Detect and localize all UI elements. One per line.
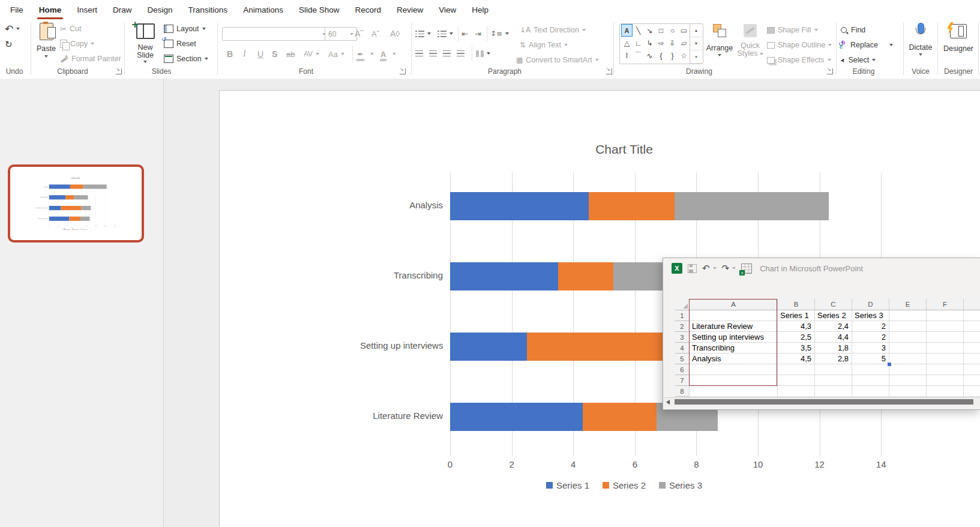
column-header-A[interactable]: A <box>690 299 778 310</box>
undo-icon[interactable]: ↶ <box>702 263 710 274</box>
cell-B7[interactable] <box>778 375 815 386</box>
cell-C7[interactable] <box>815 375 852 386</box>
chart-title[interactable]: Chart Title <box>360 142 888 157</box>
cell-x4[interactable] <box>964 343 980 354</box>
shrink-font-button[interactable]: Aˇ <box>371 27 379 40</box>
cell-x5[interactable] <box>964 354 980 364</box>
column-header-C[interactable]: C <box>815 299 852 310</box>
cell-A6[interactable] <box>690 364 778 375</box>
text-box-shape-icon[interactable]: A <box>621 24 633 37</box>
cell-B5[interactable]: 4,5 <box>778 354 815 364</box>
row-header-6[interactable]: 6 <box>675 364 690 375</box>
select-all-corner[interactable] <box>675 299 690 310</box>
align-right-button[interactable] <box>443 47 451 60</box>
text-shadow-button[interactable]: S <box>272 47 277 61</box>
dictate-button[interactable]: Dictate <box>905 22 936 56</box>
cell-D4[interactable]: 3 <box>852 343 889 354</box>
arrange-button[interactable]: Arrange <box>705 22 734 56</box>
cell-B6[interactable] <box>778 364 815 375</box>
tab-transitions[interactable]: Transitions <box>181 0 236 20</box>
right-brace-shape-icon[interactable]: } <box>667 49 678 62</box>
column-header-cut[interactable] <box>964 299 980 310</box>
bullets-button[interactable] <box>415 27 431 40</box>
cell-F6[interactable] <box>927 364 964 375</box>
tab-help[interactable]: Help <box>464 0 496 20</box>
cell-E6[interactable] <box>889 364 927 375</box>
cell-x2[interactable] <box>964 321 980 332</box>
tab-animations[interactable]: Animations <box>235 0 291 20</box>
increase-indent-button[interactable]: ⇥ <box>475 27 481 40</box>
column-header-D[interactable]: D <box>852 299 889 310</box>
cell-A3[interactable]: Setting up interviews <box>690 332 778 343</box>
gallery-scroll-up-icon[interactable]: ▲ <box>690 24 702 37</box>
quick-styles-button[interactable]: Quick Styles <box>736 22 764 58</box>
elbow-connector-icon[interactable]: ∟ <box>633 37 644 49</box>
text-direction-button[interactable]: ↓A Text Direction <box>520 23 586 37</box>
underline-button[interactable]: U <box>257 47 263 61</box>
strikethrough-button[interactable]: ab <box>286 47 295 61</box>
cell-x1[interactable] <box>964 310 980 321</box>
save-icon[interactable] <box>688 264 697 273</box>
tab-home[interactable]: Home <box>31 0 70 20</box>
tab-view[interactable]: View <box>431 0 464 20</box>
row-header-2[interactable]: 2 <box>675 321 690 332</box>
cell-C8[interactable] <box>815 386 852 397</box>
numbering-button[interactable] <box>437 27 453 40</box>
cell-F2[interactable] <box>927 321 964 332</box>
copy-button[interactable]: Copy <box>60 37 94 50</box>
character-spacing-button[interactable]: AV <box>304 47 319 61</box>
spreadsheet[interactable]: ABCDEF1Series 1Series 2Series 32Literatu… <box>675 299 980 397</box>
slide-thumbnail[interactable]: Chart Title02468101214AnalysisTranscribi… <box>8 164 144 242</box>
bold-button[interactable]: B <box>227 47 233 61</box>
shape-effects-button[interactable]: Shape Effects <box>767 53 831 67</box>
new-slide-button[interactable]: New Slide <box>129 22 161 63</box>
cell-E7[interactable] <box>889 375 927 386</box>
line-spacing-button[interactable]: ↕≡ <box>490 27 509 40</box>
justify-button[interactable] <box>457 47 464 60</box>
align-text-button[interactable]: ⇅ Align Text <box>520 38 568 52</box>
tab-slide-show[interactable]: Slide Show <box>291 0 347 20</box>
column-header-F[interactable]: F <box>927 299 964 310</box>
format-painter-button[interactable]: Format Painter <box>60 52 121 65</box>
cell-B2[interactable]: 4,3 <box>778 321 815 332</box>
cell-A5[interactable]: Analysis <box>690 354 778 364</box>
find-button[interactable]: Find <box>840 23 865 37</box>
right-arrow-shape-icon[interactable]: ⇨ <box>655 37 667 49</box>
bar-segment-series-2[interactable] <box>589 192 675 220</box>
cell-C1[interactable]: Series 2 <box>815 310 852 321</box>
cell-x7[interactable] <box>964 375 980 386</box>
bar-segment-series-1[interactable] <box>450 333 527 361</box>
cell-C2[interactable]: 2,4 <box>815 321 852 332</box>
cell-F8[interactable] <box>927 386 964 397</box>
bar-segment-series-3[interactable] <box>675 192 829 220</box>
cell-E3[interactable] <box>889 332 927 343</box>
cell-D1[interactable]: Series 3 <box>852 310 889 321</box>
tab-design[interactable]: Design <box>140 0 181 20</box>
edit-data-in-excel-icon[interactable] <box>741 264 752 274</box>
row-header-7[interactable]: 7 <box>675 375 690 386</box>
cell-B4[interactable]: 3,5 <box>778 343 815 354</box>
cell-F5[interactable] <box>927 354 964 364</box>
down-arrow-shape-icon[interactable]: ⇩ <box>667 37 678 49</box>
curve-shape-icon[interactable]: ∿ <box>644 49 655 62</box>
redo-icon[interactable]: ↷ <box>722 263 730 274</box>
select-button[interactable]: ➤ Select <box>840 53 876 67</box>
cell-D7[interactable] <box>852 375 889 386</box>
cell-D8[interactable] <box>852 386 889 397</box>
highlight-color-button[interactable]: ✒ <box>357 47 374 61</box>
cell-x3[interactable] <box>964 332 980 343</box>
cell-C3[interactable]: 4,4 <box>815 332 852 343</box>
cell-E4[interactable] <box>889 343 927 354</box>
rectangle-shape-icon[interactable]: □ <box>655 24 667 37</box>
row-header-4[interactable]: 4 <box>675 343 690 354</box>
align-left-button[interactable] <box>415 47 423 60</box>
bar-segment-series-2[interactable] <box>527 333 663 361</box>
cell-B3[interactable]: 2,5 <box>778 332 815 343</box>
font-color-button[interactable]: A <box>380 47 396 61</box>
section-button[interactable]: Section <box>164 52 208 65</box>
cell-F7[interactable] <box>927 375 964 386</box>
cut-button[interactable]: ✂ Cut <box>60 22 81 35</box>
cell-x6[interactable] <box>964 364 980 375</box>
column-header-E[interactable]: E <box>889 299 927 310</box>
left-brace-shape-icon[interactable]: { <box>655 49 667 62</box>
